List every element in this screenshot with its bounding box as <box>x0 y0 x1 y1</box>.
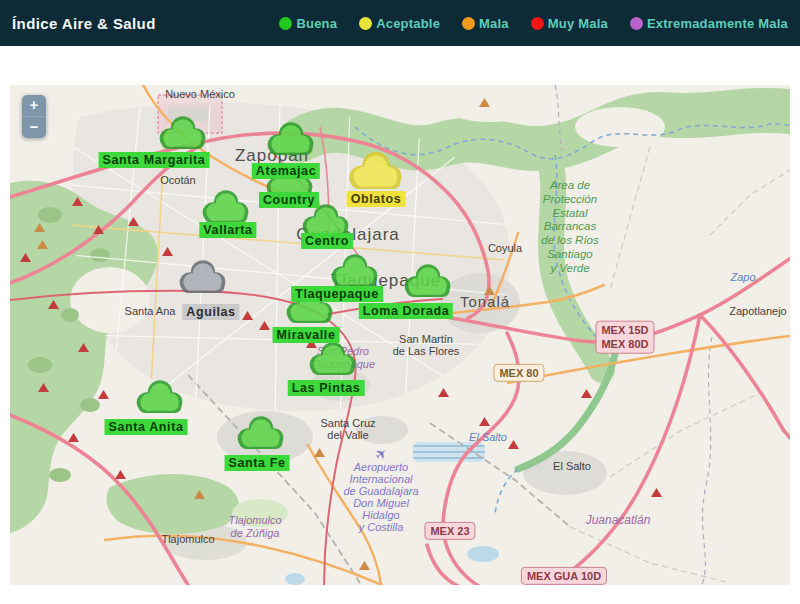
cloud-icon[interactable] <box>304 338 362 380</box>
station-label[interactable]: Loma Dorada <box>359 303 453 319</box>
station-label[interactable]: Aguilas <box>182 304 239 320</box>
station-label[interactable]: Tlaquepaque <box>291 286 383 302</box>
station-label[interactable]: Santa Margarita <box>99 152 210 168</box>
legend-item-muy-mala: Muy Mala <box>531 16 608 31</box>
legend-dot-icon <box>531 17 544 30</box>
zoom-in-button[interactable]: + <box>22 95 46 116</box>
legend-dot-icon <box>462 17 475 30</box>
cloud-icon[interactable] <box>262 118 320 160</box>
zoom-out-button[interactable]: − <box>22 116 46 138</box>
station-label[interactable]: Santa Anita <box>105 419 188 435</box>
station-label[interactable]: Las Pintas <box>288 380 365 396</box>
cloud-icon[interactable] <box>232 412 290 454</box>
station-label[interactable]: Santa Fe <box>225 455 290 471</box>
map[interactable]: + − Nuevo México Ocotán Zapopan Guadalaj… <box>10 85 790 585</box>
road-shield-mex15d-80d: MEX 15D MEX 80D <box>595 321 654 354</box>
station-label[interactable]: Atemajac <box>252 163 320 179</box>
legend-item-aceptable: Aceptable <box>359 16 440 31</box>
cloud-icon[interactable] <box>399 260 457 302</box>
legend-dot-icon <box>359 17 372 30</box>
page-title: Índice Aire & Salud <box>12 15 156 32</box>
cloud-icon[interactable] <box>343 146 409 196</box>
road-shield-mex23: MEX 23 <box>424 522 475 540</box>
road-shield-mex-gua-10d: MEX GUA 10D <box>521 567 607 585</box>
cloud-icon[interactable] <box>154 112 212 154</box>
station-label[interactable]: Vallarta <box>199 222 256 238</box>
legend-item-buena: Buena <box>279 16 337 31</box>
road-shield-mex80: MEX 80 <box>493 364 544 382</box>
cloud-icon[interactable] <box>174 256 232 298</box>
map-zoom-control: + − <box>22 95 46 138</box>
station-label[interactable]: Centro <box>301 233 353 249</box>
station-label[interactable]: Miravalle <box>273 327 340 343</box>
air-quality-legend: Buena Aceptable Mala Muy Mala Extremadam… <box>279 16 788 31</box>
legend-item-extremadamente-mala: Extremadamente Mala <box>630 16 788 31</box>
legend-dot-icon <box>630 17 643 30</box>
app-header: Índice Aire & Salud Buena Aceptable Mala… <box>0 0 800 46</box>
legend-dot-icon <box>279 17 292 30</box>
legend-item-mala: Mala <box>462 16 509 31</box>
station-label[interactable]: Country <box>259 192 319 208</box>
cloud-icon[interactable] <box>131 376 189 418</box>
station-label[interactable]: Oblatos <box>347 191 406 207</box>
